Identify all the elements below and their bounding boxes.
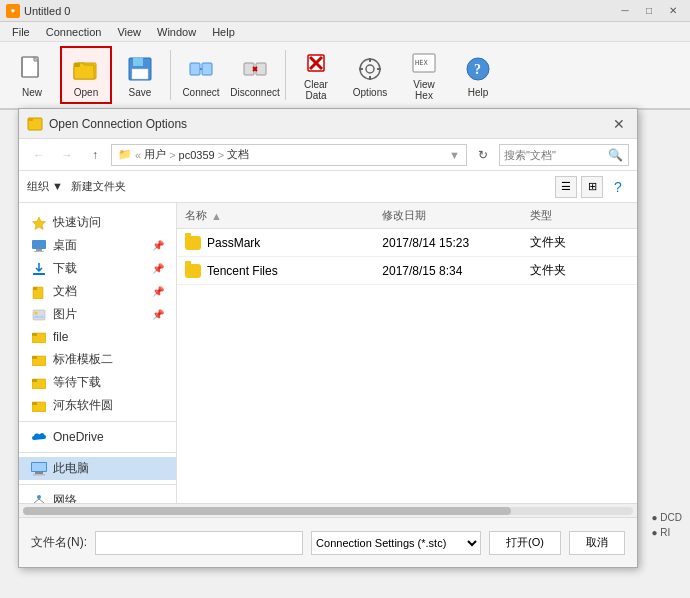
connect-button[interactable]: Connect [175, 46, 227, 104]
options-button[interactable]: Options [344, 46, 396, 104]
sidebar-label-template2: 标准模板二 [53, 351, 113, 368]
folder-icon-passmark [185, 236, 201, 250]
menu-connection[interactable]: Connection [38, 24, 110, 40]
filename-input[interactable] [95, 531, 303, 555]
menu-window[interactable]: Window [149, 24, 204, 40]
sidebar-item-template2[interactable]: 标准模板二 [19, 348, 176, 371]
svg-rect-28 [28, 118, 33, 121]
sidebar-label-file: file [53, 330, 68, 344]
connect-icon [185, 53, 217, 85]
sort-icon: ▲ [211, 210, 222, 222]
dialog-title-text: Open Connection Options [49, 117, 187, 131]
svg-point-37 [35, 311, 38, 314]
sidebar-label-documents: 文档 [53, 283, 77, 300]
file-type-passmark: 文件夹 [530, 234, 629, 251]
table-row[interactable]: PassMark 2017/8/14 15:23 文件夹 [177, 229, 637, 257]
organize-button[interactable]: 组织 ▼ [27, 179, 63, 194]
open-button[interactable]: Open [60, 46, 112, 104]
sidebar-item-documents[interactable]: 文档 📌 [19, 280, 176, 303]
sidebar-separator-1 [19, 421, 176, 422]
scroll-thumb[interactable] [23, 507, 511, 515]
new-icon [16, 53, 48, 85]
app-icon: ● [6, 4, 20, 18]
minimize-button[interactable]: ─ [614, 3, 636, 19]
breadcrumb-icon: 📁 [118, 148, 132, 161]
file-name-passmark: PassMark [185, 236, 382, 250]
hedong-folder-icon [31, 398, 47, 414]
pictures-icon [31, 307, 47, 323]
toolbar-separator-1 [170, 50, 171, 100]
new-button[interactable]: New [6, 46, 58, 104]
up-button[interactable]: ↑ [83, 143, 107, 167]
title-bar-controls: ─ □ ✕ [614, 3, 684, 19]
breadcrumb-current: 文档 [227, 147, 249, 162]
menu-file[interactable]: File [4, 24, 38, 40]
svg-rect-11 [256, 63, 266, 75]
svg-rect-43 [32, 379, 37, 382]
sidebar-item-onedrive[interactable]: OneDrive [19, 426, 176, 448]
col-header-type[interactable]: 类型 [530, 208, 629, 223]
sidebar-item-downloads[interactable]: 下载 📌 [19, 257, 176, 280]
col-header-name[interactable]: 名称 ▲ [185, 208, 382, 223]
svg-line-53 [34, 499, 39, 503]
new-folder-button[interactable]: 新建文件夹 [71, 179, 126, 194]
sidebar-label-desktop: 桌面 [53, 237, 77, 254]
computer-icon [31, 461, 47, 477]
scroll-track[interactable] [23, 507, 633, 515]
sidebar-item-quick-access[interactable]: 快速访问 [19, 211, 176, 234]
close-button[interactable]: ✕ [662, 3, 684, 19]
search-input[interactable] [504, 149, 604, 161]
help-button[interactable]: ? Help [452, 46, 504, 104]
horizontal-scrollbar[interactable] [19, 503, 637, 517]
sidebar-item-pictures[interactable]: 图片 📌 [19, 303, 176, 326]
options-icon [354, 53, 386, 85]
network-icon [31, 493, 47, 504]
title-bar-left: ● Untitled 0 [6, 4, 70, 18]
table-row[interactable]: Tencent Files 2017/8/15 8:34 文件夹 [177, 257, 637, 285]
breadcrumb: 📁 « 用户 > pc0359 > 文档 ▼ [111, 144, 467, 166]
maximize-button[interactable]: □ [638, 3, 660, 19]
dialog-close-button[interactable]: ✕ [609, 114, 629, 134]
sidebar-item-waiting-dl[interactable]: 等待下载 [19, 371, 176, 394]
pin-icon-documents: 📌 [152, 286, 164, 297]
col-header-date[interactable]: 修改日期 [382, 208, 530, 223]
svg-rect-10 [244, 63, 254, 75]
toolbar-separator-2 [285, 50, 286, 100]
view-help-button[interactable]: ? [607, 176, 629, 198]
disconnect-label: Disconnect [230, 87, 279, 98]
sidebar-label-waiting-dl: 等待下载 [53, 374, 101, 391]
save-button[interactable]: Save [114, 46, 166, 104]
clear-data-button[interactable]: Clear Data [290, 46, 342, 104]
sidebar-item-desktop[interactable]: 桌面 📌 [19, 234, 176, 257]
status-indicators: ● DCD ● RI [652, 512, 682, 538]
cancel-button[interactable]: 取消 [569, 531, 625, 555]
clear-data-label: Clear Data [295, 79, 337, 101]
disconnect-button[interactable]: Disconnect [229, 46, 281, 104]
search-box: 🔍 [499, 144, 629, 166]
view-grid-button[interactable]: ⊞ [581, 176, 603, 198]
new-folder-label: 新建文件夹 [71, 180, 126, 192]
filetype-select[interactable]: Connection Settings (*.stc) [311, 531, 481, 555]
sidebar-item-network[interactable]: 网络 [19, 489, 176, 503]
sidebar-item-thispc[interactable]: 此电脑 [19, 457, 176, 480]
sidebar-label-onedrive: OneDrive [53, 430, 104, 444]
open-file-button[interactable]: 打开(O) [489, 531, 561, 555]
sidebar-item-file[interactable]: file [19, 326, 176, 348]
menu-view[interactable]: View [109, 24, 149, 40]
view-list-button[interactable]: ☰ [555, 176, 577, 198]
sidebar-item-hedong[interactable]: 河东软件圆 [19, 394, 176, 417]
view-hex-icon: HEX [408, 49, 440, 77]
svg-point-18 [366, 65, 374, 73]
breadcrumb-dropdown[interactable]: ▼ [449, 149, 460, 161]
refresh-button[interactable]: ↻ [471, 143, 495, 167]
back-button[interactable]: ← [27, 143, 51, 167]
menu-help[interactable]: Help [204, 24, 243, 40]
svg-rect-30 [32, 240, 46, 249]
file-list-header: 名称 ▲ 修改日期 类型 [177, 203, 637, 229]
view-hex-button[interactable]: HEX View Hex [398, 46, 450, 104]
forward-button[interactable]: → [55, 143, 79, 167]
template2-folder-icon [31, 352, 47, 368]
save-label: Save [129, 87, 152, 98]
sidebar-label-network: 网络 [53, 492, 77, 503]
svg-text:HEX: HEX [415, 59, 428, 67]
